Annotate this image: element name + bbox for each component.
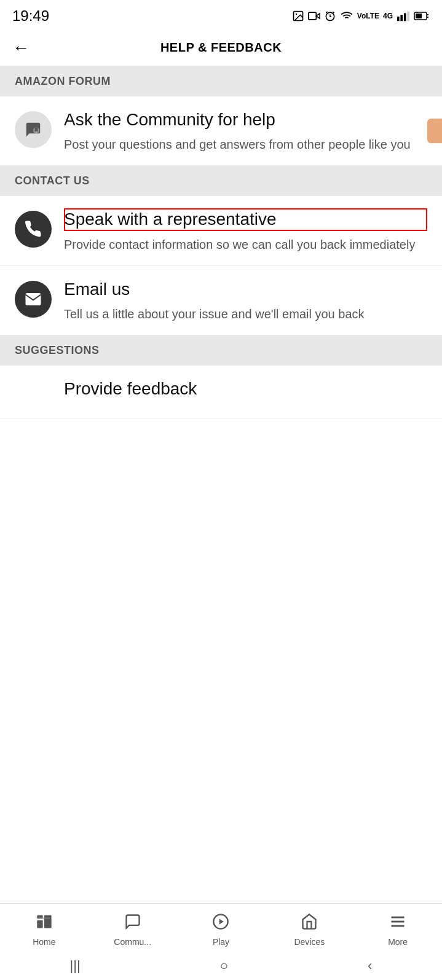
email-us-content: Email us Tell us a little about your iss…	[64, 278, 427, 323]
back-button[interactable]: ←	[12, 38, 30, 58]
phone-icon-bg	[15, 211, 52, 248]
section-header-contact-us: CONTACT US	[0, 166, 442, 196]
gallery-icon	[292, 10, 304, 22]
svg-line-6	[333, 12, 334, 13]
status-bar: 19:49 VoLTE 4G	[0, 0, 442, 29]
bottom-nav-items: Home Commu... Play	[0, 904, 442, 953]
play-icon	[211, 913, 230, 935]
gesture-back-icon: |||	[70, 958, 81, 974]
speak-representative-desc: Provide contact information so we can ca…	[64, 236, 427, 253]
email-icon-bg	[15, 281, 52, 318]
chat-icon	[24, 120, 42, 139]
devices-label: Devices	[294, 937, 325, 947]
provide-feedback-title: Provide feedback	[64, 378, 427, 400]
devices-icon	[300, 913, 318, 935]
email-us-title: Email us	[64, 278, 427, 300]
more-icon	[389, 913, 407, 935]
signal-icon	[397, 10, 410, 22]
section-header-suggestions-label: SUGGESTIONS	[15, 344, 100, 356]
nav-item-home[interactable]: Home	[0, 913, 89, 947]
ask-community-desc: Post your questions and get answers from…	[64, 136, 427, 153]
list-item-speak-representative[interactable]: Speak with a representative Provide cont…	[0, 196, 442, 265]
svg-line-5	[326, 12, 327, 13]
svg-rect-8	[397, 17, 400, 21]
gesture-bar: ||| ○ ‹	[0, 953, 442, 980]
list-item-email-us[interactable]: Email us Tell us a little about your iss…	[0, 266, 442, 335]
video-icon	[308, 10, 320, 22]
section-header-suggestions: SUGGESTIONS	[0, 335, 442, 366]
notification-dot	[427, 119, 442, 143]
home-label: Home	[33, 937, 55, 947]
svg-rect-19	[44, 915, 52, 928]
page-header: ← HELP & FEEDBACK	[0, 29, 442, 66]
gesture-home-icon: ○	[220, 958, 228, 974]
nav-item-play[interactable]: Play	[177, 913, 266, 947]
svg-rect-13	[416, 14, 422, 18]
email-us-desc: Tell us a little about your issue and we…	[64, 305, 427, 323]
section-header-contact-us-label: CONTACT US	[15, 174, 90, 187]
email-icon	[24, 290, 42, 308]
svg-marker-2	[316, 14, 320, 18]
network-label: 4G	[383, 12, 393, 20]
svg-point-1	[296, 14, 298, 15]
ask-community-icon-bg	[15, 111, 52, 148]
nav-item-more[interactable]: More	[353, 913, 442, 947]
status-icons: VoLTE 4G	[292, 10, 430, 22]
gesture-recent-icon: ‹	[368, 958, 372, 974]
main-content: AMAZON FORUM Ask the Community for help …	[0, 66, 442, 517]
provide-feedback-content: Provide feedback	[15, 378, 427, 405]
speak-representative-title: Speak with a representative	[64, 208, 427, 230]
svg-rect-10	[404, 13, 406, 21]
status-time: 19:49	[12, 7, 49, 25]
speak-representative-content: Speak with a representative Provide cont…	[64, 208, 427, 253]
svg-rect-9	[400, 15, 403, 21]
alarm-icon	[324, 10, 336, 22]
volte-label: VoLTE	[357, 12, 379, 20]
nav-item-devices[interactable]: Devices	[265, 913, 353, 947]
section-header-amazon-forum: AMAZON FORUM	[0, 66, 442, 96]
bottom-navigation: Home Commu... Play	[0, 903, 442, 980]
community-icon	[124, 913, 142, 935]
svg-marker-22	[219, 919, 224, 924]
battery-icon	[414, 11, 430, 21]
list-item-provide-feedback[interactable]: Provide feedback	[0, 366, 442, 418]
section-header-amazon-forum-label: AMAZON FORUM	[15, 75, 111, 87]
community-label: Commu...	[114, 937, 151, 947]
play-label: Play	[213, 937, 229, 947]
page-title: HELP & FEEDBACK	[160, 41, 282, 55]
ask-community-content: Ask the Community for help Post your que…	[64, 109, 427, 153]
home-icon	[35, 913, 53, 935]
wifi-icon	[340, 10, 353, 22]
ask-community-title: Ask the Community for help	[64, 109, 427, 131]
phone-icon	[24, 220, 42, 238]
svg-rect-18	[37, 920, 42, 928]
more-label: More	[388, 937, 408, 947]
list-item-ask-community[interactable]: Ask the Community for help Post your que…	[0, 96, 442, 166]
svg-rect-11	[407, 12, 409, 22]
nav-item-community[interactable]: Commu...	[89, 913, 177, 947]
svg-rect-3	[309, 12, 316, 20]
